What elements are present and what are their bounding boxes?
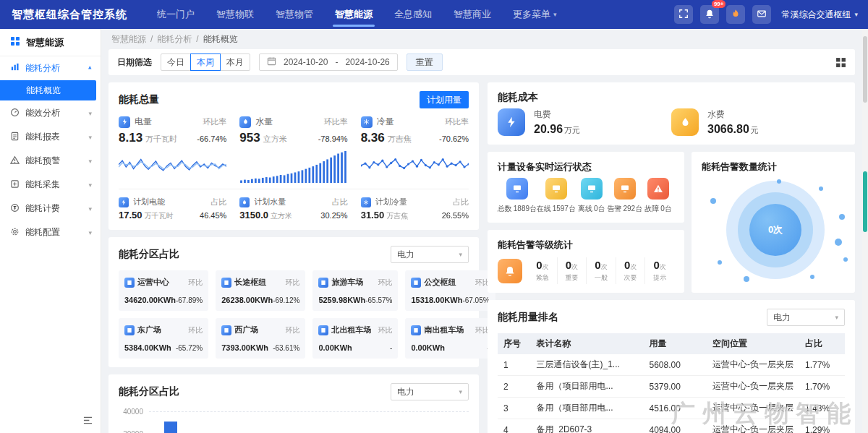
ratio-label: 占比 bbox=[210, 197, 226, 207]
date-separator: - bbox=[335, 57, 338, 67]
metric-electricity: 电量 环比率 8.13 万千瓦时 -66.74% bbox=[119, 116, 226, 183]
breadcrumb-analysis[interactable]: 能耗分析 bbox=[157, 33, 192, 46]
nav-item-smart-energy[interactable]: 智慧能源 bbox=[324, 0, 383, 29]
zone-tile-grid: 运营中心环比 34620.00KWh-67.89% 长途枢纽环比 26238.0… bbox=[119, 270, 469, 359]
ratio-value: 26.55% bbox=[442, 211, 469, 220]
sidebar-collapse-button[interactable] bbox=[82, 416, 93, 427]
table-row: 4 备用_2D607-3 4094.00 运营中心-负一层夹层 1.29% bbox=[498, 419, 845, 433]
cell-location: 运营中心-负一层夹层 bbox=[707, 354, 799, 376]
sidebar-item-energy-config[interactable]: 能耗配置 ▾ bbox=[0, 220, 101, 244]
sidebar-item-efficiency-analysis[interactable]: 能效分析 ▾ bbox=[0, 101, 101, 125]
cell-meter-name: 三层通信设备(主)_1... bbox=[531, 354, 644, 376]
alarm-count-value: 0次 bbox=[768, 223, 783, 236]
notification-badge: 99+ bbox=[712, 0, 726, 8]
hb-label: 环比 bbox=[378, 325, 392, 335]
sidebar-item-energy-report[interactable]: 能耗报表 ▾ bbox=[0, 125, 101, 149]
sidebar-header: 智慧能源 bbox=[0, 29, 101, 56]
zone-energy-type-select[interactable]: 电力 ▾ bbox=[391, 246, 469, 263]
table-row: 1 三层通信设备(主)_1... 5608.00 运营中心-负一层夹层 1.77… bbox=[498, 354, 845, 376]
device-value: 292台 bbox=[624, 204, 643, 214]
app-title: 智慧枢纽综合管控系统 bbox=[12, 8, 127, 22]
ranking-energy-type-select[interactable]: 电力 ▾ bbox=[767, 309, 845, 326]
cell-ratio: 1.70% bbox=[799, 376, 845, 398]
energy-module-icon bbox=[10, 36, 20, 48]
sidebar-item-energy-collection[interactable]: 能耗采集 ▾ bbox=[0, 173, 101, 197]
nav-item-holo-sensing[interactable]: 全息感知 bbox=[383, 0, 443, 29]
sidebar-item-energy-analysis[interactable]: 能耗分析 ▾ bbox=[0, 56, 101, 80]
metric-unit: 立方米 bbox=[263, 134, 287, 145]
nav-item-more-menu[interactable]: 更多菜单 ▾ bbox=[502, 0, 568, 29]
alarm-level-label: 次要 bbox=[616, 273, 645, 283]
ratio-label: 占比 bbox=[453, 197, 469, 207]
sidebar-item-energy-alert[interactable]: 能耗预警 ▾ bbox=[0, 149, 101, 173]
date-end-value[interactable]: 2024-10-26 bbox=[345, 57, 389, 67]
nav-item-unified-portal[interactable]: 统一门户 bbox=[146, 0, 205, 29]
hb-label: 环比 bbox=[378, 278, 392, 288]
hb-label: 环比 bbox=[188, 325, 203, 335]
scatter-dot bbox=[810, 275, 814, 279]
sidebar: 智慧能源 能耗分析 ▾ 能耗概览 能效分析 ▾ 能耗报表 ▾ 能耗预警 ▾ 能耗… bbox=[0, 29, 101, 433]
station-selector[interactable]: 常溪综合交通枢纽 ▾ bbox=[781, 9, 858, 21]
planned-usage-button[interactable]: 计划用量 bbox=[420, 91, 469, 108]
device-status-title: 计量设备实时运行状态 bbox=[498, 160, 592, 173]
energy-metrics: 电量 环比率 8.13 万千瓦时 -66.74% 水量 bbox=[119, 116, 469, 183]
fullscreen-button[interactable] bbox=[674, 5, 693, 24]
chevron-down-icon: ▾ bbox=[88, 229, 92, 236]
col-index: 序号 bbox=[498, 333, 531, 354]
device-value: 0台 bbox=[594, 204, 605, 214]
plan-electricity-icon bbox=[119, 197, 129, 207]
reset-button[interactable]: 重置 bbox=[407, 53, 443, 71]
alarm-level-critical: 0次 紧急 bbox=[528, 257, 557, 284]
alarm-bell-icon bbox=[498, 259, 522, 283]
nav-item-smart-iot[interactable]: 智慧物联 bbox=[205, 0, 265, 29]
alarm-count: 0 bbox=[624, 259, 630, 271]
select-value: 电力 bbox=[397, 249, 414, 261]
messages-button[interactable] bbox=[752, 5, 771, 24]
cost-unit: 万元 bbox=[564, 126, 580, 134]
device-label: 故障 bbox=[644, 204, 659, 214]
cost-item-electricity: 电费 20.96万元 bbox=[498, 108, 671, 136]
report-icon bbox=[10, 132, 20, 143]
cell-index: 1 bbox=[498, 354, 531, 376]
breadcrumb-energy[interactable]: 智慧能源 bbox=[111, 33, 146, 46]
zone-value: 5384.00KWh bbox=[124, 343, 171, 352]
cost-label: 电费 bbox=[534, 108, 580, 121]
today-button[interactable]: 今日 bbox=[161, 53, 191, 71]
alarm-unit: 次 bbox=[601, 263, 608, 270]
scrollbar-thumb[interactable] bbox=[863, 36, 867, 103]
nav-item-smart-business[interactable]: 智慧商业 bbox=[443, 0, 502, 29]
sidebar-item-energy-billing[interactable]: 能耗计费 ▾ bbox=[0, 197, 101, 220]
side-scroll-indicator[interactable] bbox=[863, 171, 867, 232]
chevron-down-icon: ▾ bbox=[854, 11, 858, 18]
metric-cooling: 冷量 环比率 8.36 万吉焦 -70.62% bbox=[361, 116, 469, 183]
alarm-center-button[interactable] bbox=[726, 5, 745, 24]
notifications-button[interactable]: 99+ bbox=[700, 5, 719, 24]
zone-hb: -69.12% bbox=[273, 296, 299, 304]
zone-chart-energy-type-select[interactable]: 电力 ▾ bbox=[391, 383, 469, 400]
device-alarm-icon bbox=[614, 178, 636, 200]
y-tick-30000: 30000 bbox=[119, 430, 143, 433]
zone-hb: - bbox=[390, 344, 392, 352]
nav-item-smart-property[interactable]: 智慧物管 bbox=[265, 0, 324, 29]
metric-label: 水量 bbox=[255, 116, 273, 128]
zone-hb: -65.57% bbox=[365, 296, 392, 304]
billing-icon bbox=[10, 203, 20, 215]
date-range-picker[interactable]: 2024-10-20 - 2024-10-26 bbox=[259, 53, 398, 71]
ratio-value: 46.45% bbox=[200, 211, 226, 220]
hb-rate-label: 环比率 bbox=[324, 116, 348, 127]
plan-label: 计划冷量 bbox=[375, 197, 407, 207]
cost-value: 20.96 bbox=[534, 123, 563, 135]
alarm-unit: 次 bbox=[630, 263, 637, 270]
this-week-button[interactable]: 本周 bbox=[190, 53, 221, 71]
device-fault: 故障0台 bbox=[642, 178, 674, 214]
device-total: 总数1889台 bbox=[498, 178, 537, 214]
this-month-button[interactable]: 本月 bbox=[220, 53, 250, 71]
alarm-level-label: 紧急 bbox=[528, 273, 557, 283]
station-name: 常溪综合交通枢纽 bbox=[781, 9, 851, 21]
sidebar-item-energy-overview[interactable]: 能耗概览 bbox=[0, 80, 96, 100]
date-start-value[interactable]: 2024-10-20 bbox=[284, 57, 328, 67]
zone-value: 0.00KWh bbox=[411, 343, 444, 352]
metric-value: 8.13 bbox=[119, 131, 142, 145]
layout-toggle-button[interactable] bbox=[835, 57, 846, 68]
planned-metrics: 计划电能 占比 17.50 万千瓦时 46.45% 计划水量 bbox=[119, 189, 469, 221]
